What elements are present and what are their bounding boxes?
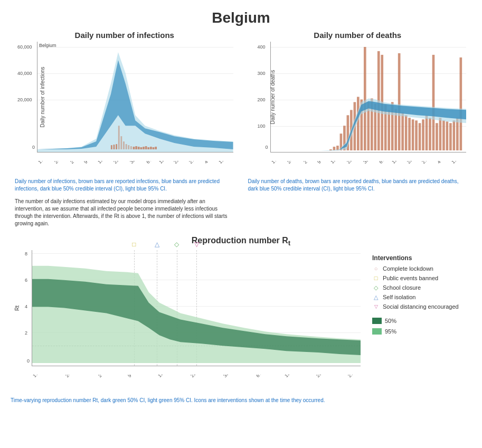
x-label: 6 Apr	[255, 375, 273, 385]
svg-rect-57	[452, 120, 455, 150]
y-tick: 4	[25, 304, 27, 309]
band-50-swatch	[372, 318, 382, 324]
svg-rect-48	[422, 119, 424, 150]
svg-rect-31	[363, 47, 366, 150]
svg-rect-52	[436, 123, 438, 150]
y-tick: 8	[25, 251, 27, 256]
legend-item-public-events: □ Public events banned	[372, 274, 465, 282]
infections-svg	[37, 42, 233, 152]
svg-rect-15	[118, 126, 120, 149]
social-distancing-icon: ▽	[194, 241, 199, 248]
bottom-layout: Rt 8 6 4 2 0	[11, 250, 471, 389]
infections-chart-block: Daily number of infections Belgium Daily…	[11, 31, 239, 231]
deaths-chart-area: Daily number of deaths 400 300 200 100 0	[270, 42, 467, 152]
svg-rect-18	[126, 144, 127, 149]
svg-rect-3	[135, 146, 137, 149]
infections-note: Daily number of infections, brown bars a…	[11, 176, 239, 195]
svg-rect-44	[408, 118, 411, 150]
school-closure-legend-icon: ◇	[372, 284, 380, 291]
legend-item-school: ◇ School closure	[372, 284, 465, 291]
deaths-x-labels: 17 Feb 24 Feb 2 Mar 9 Mar 16 Mar 23 Mar …	[270, 161, 467, 176]
public-events-icon: □	[372, 274, 380, 282]
legend-label-lockdown: Complete lockdown	[383, 265, 433, 272]
svg-rect-51	[432, 55, 434, 150]
svg-rect-42	[401, 112, 404, 150]
y-tick: 400	[258, 44, 266, 50]
x-label: 24 Feb	[64, 375, 86, 385]
svg-rect-50	[429, 118, 431, 150]
rt-svg	[32, 250, 361, 366]
svg-rect-29	[357, 97, 360, 151]
top-charts-section: Daily number of infections Belgium Daily…	[0, 31, 482, 231]
x-label: 17 Feb	[32, 375, 53, 385]
svg-rect-41	[398, 53, 400, 150]
y-tick: 300	[258, 71, 266, 76]
interventions-legend: Interventions ○ Complete lockdown □ Publ…	[366, 250, 471, 389]
legend-label-social-distancing: Social distancing encouraged	[383, 303, 459, 310]
footer-note: Time-varying reproduction number Rt, dar…	[0, 395, 482, 406]
bottom-section: Reproduction number Rt Rt 8 6 4 2 0	[0, 231, 482, 395]
infections-note2: The number of daily infections estimated…	[11, 197, 239, 228]
svg-rect-54	[442, 120, 445, 150]
y-tick: 0	[32, 145, 35, 150]
legend-band-50-label: 50%	[385, 318, 396, 324]
rt-chart-wrap: Rt 8 6 4 2 0	[11, 250, 361, 389]
svg-rect-12	[111, 145, 112, 149]
rt-y-label: Rt	[14, 306, 20, 311]
svg-rect-49	[425, 115, 428, 150]
public-events-banned-icon: □	[132, 241, 136, 248]
legend-band-50: 50%	[372, 318, 465, 324]
svg-rect-2	[133, 147, 135, 149]
y-tick: 40,000	[17, 71, 32, 76]
legend-label-self-isolation: Self isolation	[383, 294, 415, 300]
infections-x-labels: 17 Feb 24 Feb 2 Mar 9 Mar 16 Mar 23 Mar …	[37, 161, 233, 176]
x-label: 11 May	[450, 161, 466, 171]
svg-marker-0	[37, 52, 233, 152]
y-tick: 100	[258, 123, 266, 129]
x-label: 27 Apr	[347, 375, 361, 385]
footer-note-text: Time-varying reproduction number Rt, dar…	[11, 397, 325, 403]
svg-rect-55	[446, 121, 448, 150]
svg-rect-4	[138, 147, 140, 149]
self-isolation-legend-icon: △	[372, 293, 380, 301]
svg-rect-46	[415, 120, 418, 150]
page-title: Belgium	[0, 0, 482, 31]
rt-x-labels: 17 Feb 24 Feb 2 Mar 9 Mar 16 Mar 23 Mar …	[32, 375, 361, 389]
svg-rect-6	[143, 147, 145, 149]
rt-chart-area: Rt 8 6 4 2 0	[32, 250, 361, 366]
y-tick: 60,000	[17, 44, 32, 50]
y-tick: 0	[266, 145, 268, 150]
infections-chart-area: Daily number of infections 60,000 40,000…	[37, 42, 233, 152]
legend-item-social-distancing: ▽ Social distancing encouraged	[372, 303, 465, 310]
school-closure-icon: ◇	[174, 241, 179, 248]
x-label: 16 Mar	[157, 375, 178, 385]
x-label: 20 Apr	[315, 375, 335, 385]
x-label: 2 Mar	[97, 375, 116, 385]
svg-rect-11	[155, 147, 157, 149]
y-tick: 20,000	[17, 97, 32, 102]
svg-rect-43	[404, 115, 407, 150]
svg-rect-38	[388, 110, 390, 150]
legend-band-95: 95%	[372, 328, 465, 335]
svg-rect-19	[128, 145, 129, 149]
svg-rect-53	[439, 118, 441, 150]
svg-rect-58	[456, 118, 459, 150]
band-95-swatch	[372, 328, 382, 335]
deaths-svg	[271, 42, 467, 152]
y-tick: 6	[25, 278, 27, 283]
x-label: 23 Mar	[190, 375, 211, 385]
svg-rect-14	[116, 144, 117, 149]
legend-title: Interventions	[372, 254, 465, 262]
svg-rect-5	[140, 147, 143, 149]
rt-chart-title: Reproduction number Rt	[11, 236, 471, 247]
social-distancing-legend-icon: ▽	[372, 303, 380, 310]
x-label: 9 Mar	[127, 375, 146, 385]
legend-bands: 50% 95%	[372, 318, 465, 335]
svg-rect-20	[130, 146, 132, 149]
y-tick: 2	[25, 330, 27, 336]
svg-rect-7	[145, 146, 147, 149]
complete-lockdown-icon: ○	[372, 265, 380, 272]
deaths-note: Daily number of deaths, brown bars are r…	[244, 176, 472, 195]
svg-rect-13	[114, 145, 115, 149]
infections-chart-title: Daily number of infections	[11, 31, 239, 40]
